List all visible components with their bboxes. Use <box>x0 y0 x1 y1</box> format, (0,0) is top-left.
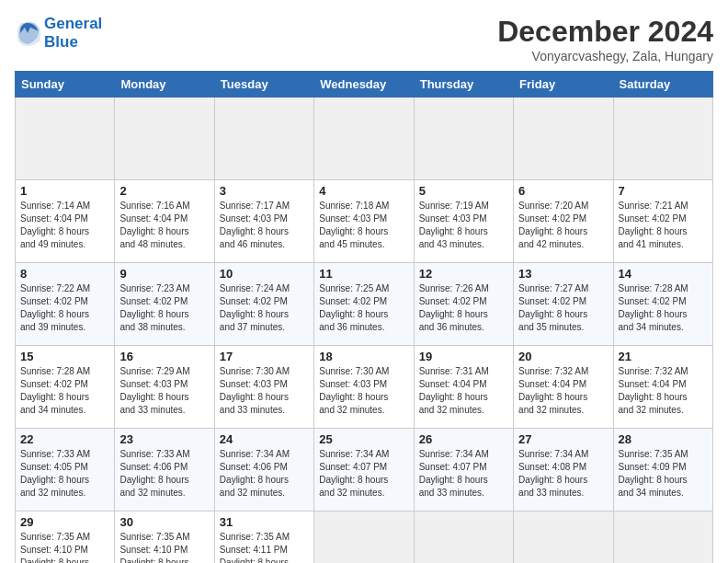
calendar-cell <box>314 98 414 180</box>
day-number: 27 <box>518 432 608 446</box>
day-info: Sunrise: 7:27 AM Sunset: 4:02 PM Dayligh… <box>518 282 608 334</box>
calendar-cell <box>16 98 115 180</box>
day-number: 31 <box>220 515 309 529</box>
day-info: Sunrise: 7:29 AM Sunset: 4:03 PM Dayligh… <box>119 365 209 417</box>
day-number: 30 <box>119 515 209 529</box>
day-info: Sunrise: 7:23 AM Sunset: 4:02 PM Dayligh… <box>119 282 209 334</box>
day-info: Sunrise: 7:16 AM Sunset: 4:04 PM Dayligh… <box>119 200 209 251</box>
day-info: Sunrise: 7:35 AM Sunset: 4:10 PM Dayligh… <box>119 531 209 563</box>
day-number: 26 <box>419 432 508 446</box>
day-info: Sunrise: 7:34 AM Sunset: 4:07 PM Dayligh… <box>419 448 508 500</box>
day-info: Sunrise: 7:22 AM Sunset: 4:02 PM Dayligh… <box>20 282 109 334</box>
day-number: 12 <box>419 267 508 281</box>
column-header-wednesday: Wednesday <box>314 72 414 98</box>
day-info: Sunrise: 7:34 AM Sunset: 4:07 PM Dayligh… <box>319 448 408 500</box>
day-info: Sunrise: 7:20 AM Sunset: 4:02 PM Dayligh… <box>518 200 608 251</box>
calendar-cell: 4Sunrise: 7:18 AM Sunset: 4:03 PM Daylig… <box>314 180 414 263</box>
day-number: 5 <box>419 184 508 198</box>
day-number: 29 <box>20 515 109 529</box>
calendar-cell <box>214 98 313 180</box>
day-info: Sunrise: 7:34 AM Sunset: 4:08 PM Dayligh… <box>518 448 608 500</box>
calendar-cell: 17Sunrise: 7:30 AM Sunset: 4:03 PM Dayli… <box>214 346 313 429</box>
day-number: 22 <box>20 432 109 446</box>
calendar-cell: 24Sunrise: 7:34 AM Sunset: 4:06 PM Dayli… <box>214 429 313 511</box>
calendar-cell: 16Sunrise: 7:29 AM Sunset: 4:03 PM Dayli… <box>115 346 214 429</box>
location-subtitle: Vonyarcvashegy, Zala, Hungary <box>497 49 713 63</box>
day-info: Sunrise: 7:31 AM Sunset: 4:04 PM Dayligh… <box>419 365 508 417</box>
day-info: Sunrise: 7:35 AM Sunset: 4:09 PM Dayligh… <box>619 448 708 500</box>
calendar-cell: 5Sunrise: 7:19 AM Sunset: 4:03 PM Daylig… <box>414 180 513 263</box>
day-info: Sunrise: 7:17 AM Sunset: 4:03 PM Dayligh… <box>220 200 309 251</box>
calendar-table: SundayMondayTuesdayWednesdayThursdayFrid… <box>15 71 713 563</box>
calendar-week-row: 29Sunrise: 7:35 AM Sunset: 4:10 PM Dayli… <box>16 511 713 564</box>
column-header-sunday: Sunday <box>16 72 115 98</box>
day-info: Sunrise: 7:25 AM Sunset: 4:02 PM Dayligh… <box>319 282 408 334</box>
day-info: Sunrise: 7:34 AM Sunset: 4:06 PM Dayligh… <box>220 448 309 500</box>
day-number: 11 <box>319 267 408 281</box>
day-number: 28 <box>619 432 708 446</box>
day-info: Sunrise: 7:18 AM Sunset: 4:03 PM Dayligh… <box>319 200 408 251</box>
calendar-cell: 30Sunrise: 7:35 AM Sunset: 4:10 PM Dayli… <box>115 511 214 564</box>
day-info: Sunrise: 7:28 AM Sunset: 4:02 PM Dayligh… <box>619 282 708 334</box>
day-number: 15 <box>20 350 109 363</box>
calendar-cell <box>115 98 214 180</box>
day-number: 7 <box>619 184 708 198</box>
title-block: December 2024 Vonyarcvashegy, Zala, Hung… <box>497 15 713 63</box>
calendar-cell <box>314 511 414 564</box>
calendar-cell <box>414 98 513 180</box>
calendar-cell: 13Sunrise: 7:27 AM Sunset: 4:02 PM Dayli… <box>514 263 613 346</box>
calendar-week-row: 22Sunrise: 7:33 AM Sunset: 4:05 PM Dayli… <box>16 429 713 511</box>
column-header-saturday: Saturday <box>613 72 712 98</box>
calendar-cell: 31Sunrise: 7:35 AM Sunset: 4:11 PM Dayli… <box>214 511 313 564</box>
day-number: 2 <box>119 184 209 198</box>
column-header-thursday: Thursday <box>414 72 513 98</box>
day-info: Sunrise: 7:30 AM Sunset: 4:03 PM Dayligh… <box>220 365 309 417</box>
column-header-tuesday: Tuesday <box>214 72 313 98</box>
calendar-week-row: 15Sunrise: 7:28 AM Sunset: 4:02 PM Dayli… <box>16 346 713 429</box>
day-info: Sunrise: 7:32 AM Sunset: 4:04 PM Dayligh… <box>518 365 608 417</box>
day-number: 23 <box>119 432 209 446</box>
calendar-cell: 7Sunrise: 7:21 AM Sunset: 4:02 PM Daylig… <box>613 180 712 263</box>
calendar-cell: 8Sunrise: 7:22 AM Sunset: 4:02 PM Daylig… <box>16 263 115 346</box>
calendar-cell <box>414 511 513 564</box>
calendar-cell: 26Sunrise: 7:34 AM Sunset: 4:07 PM Dayli… <box>414 429 513 511</box>
day-number: 24 <box>220 432 309 446</box>
calendar-cell: 22Sunrise: 7:33 AM Sunset: 4:05 PM Dayli… <box>16 429 115 511</box>
day-number: 13 <box>518 267 608 281</box>
calendar-cell: 3Sunrise: 7:17 AM Sunset: 4:03 PM Daylig… <box>214 180 313 263</box>
logo-text: General Blue <box>44 15 102 52</box>
day-number: 20 <box>518 350 608 363</box>
calendar-cell: 21Sunrise: 7:32 AM Sunset: 4:04 PM Dayli… <box>613 346 712 429</box>
calendar-cell: 27Sunrise: 7:34 AM Sunset: 4:08 PM Dayli… <box>514 429 613 511</box>
column-header-friday: Friday <box>514 72 613 98</box>
month-title: December 2024 <box>497 15 713 49</box>
day-info: Sunrise: 7:35 AM Sunset: 4:11 PM Dayligh… <box>220 531 309 563</box>
day-number: 3 <box>220 184 309 198</box>
calendar-cell: 28Sunrise: 7:35 AM Sunset: 4:09 PM Dayli… <box>613 429 712 511</box>
day-number: 8 <box>20 267 109 281</box>
day-number: 1 <box>20 184 109 198</box>
calendar-week-row: 8Sunrise: 7:22 AM Sunset: 4:02 PM Daylig… <box>16 263 713 346</box>
calendar-cell: 6Sunrise: 7:20 AM Sunset: 4:02 PM Daylig… <box>514 180 613 263</box>
day-info: Sunrise: 7:24 AM Sunset: 4:02 PM Dayligh… <box>220 282 309 334</box>
calendar-cell: 14Sunrise: 7:28 AM Sunset: 4:02 PM Dayli… <box>613 263 712 346</box>
calendar-cell: 11Sunrise: 7:25 AM Sunset: 4:02 PM Dayli… <box>314 263 414 346</box>
page-header: General Blue December 2024 Vonyarcvasheg… <box>15 15 713 63</box>
calendar-cell: 15Sunrise: 7:28 AM Sunset: 4:02 PM Dayli… <box>16 346 115 429</box>
day-info: Sunrise: 7:32 AM Sunset: 4:04 PM Dayligh… <box>619 365 708 417</box>
day-number: 18 <box>319 350 408 363</box>
calendar-cell: 10Sunrise: 7:24 AM Sunset: 4:02 PM Dayli… <box>214 263 313 346</box>
calendar-cell: 18Sunrise: 7:30 AM Sunset: 4:03 PM Dayli… <box>314 346 414 429</box>
day-number: 16 <box>119 350 209 363</box>
calendar-cell <box>514 511 613 564</box>
day-info: Sunrise: 7:33 AM Sunset: 4:06 PM Dayligh… <box>119 448 209 500</box>
calendar-cell <box>514 98 613 180</box>
day-number: 9 <box>119 267 209 281</box>
day-number: 10 <box>220 267 309 281</box>
calendar-cell: 9Sunrise: 7:23 AM Sunset: 4:02 PM Daylig… <box>115 263 214 346</box>
calendar-cell <box>613 511 712 564</box>
column-header-monday: Monday <box>115 72 214 98</box>
day-info: Sunrise: 7:33 AM Sunset: 4:05 PM Dayligh… <box>20 448 109 500</box>
day-info: Sunrise: 7:30 AM Sunset: 4:03 PM Dayligh… <box>319 365 408 417</box>
day-number: 4 <box>319 184 408 198</box>
